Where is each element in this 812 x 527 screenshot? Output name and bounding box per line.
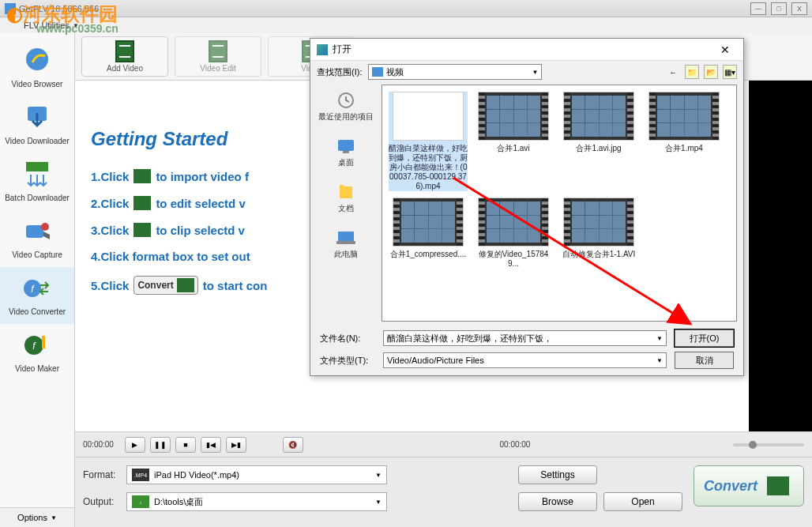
next-button[interactable]: ▶▮ (226, 437, 246, 453)
add-video-button[interactable]: Add Video (81, 36, 168, 77)
film-icon (767, 476, 789, 495)
place-recent[interactable]: 最近使用的项目 (310, 86, 382, 132)
video-thumb (563, 198, 634, 247)
prev-button[interactable]: ▮◀ (201, 437, 221, 453)
chevron-down-icon: ▼ (375, 472, 382, 479)
stop-button[interactable]: ■ (175, 437, 196, 453)
volume-slider[interactable] (733, 443, 804, 446)
browser-icon (21, 44, 54, 77)
format-label: Format: (83, 469, 126, 480)
settings-button[interactable]: Settings (518, 465, 597, 484)
sidebar-item-video-downloader[interactable]: Video Downloader (0, 96, 74, 153)
maker-icon: f (21, 329, 54, 362)
dialog-icon (317, 44, 328, 55)
sidebar-item-video-converter[interactable]: f Video Converter (0, 267, 74, 324)
svg-rect-14 (336, 241, 355, 244)
maximize-button[interactable]: □ (771, 2, 787, 15)
window-title: GetFLV 18.5866.556 (19, 4, 99, 13)
file-item[interactable]: 合并1.avi.jpg (559, 92, 638, 191)
format-select[interactable]: .MP4 iPad HD Video(*.mp4) ▼ (126, 465, 387, 484)
svg-rect-12 (343, 151, 349, 153)
sidebar-item-video-maker[interactable]: f Video Maker (0, 324, 74, 381)
browse-button[interactable]: Browse (518, 492, 597, 511)
play-button[interactable]: ▶ (125, 437, 145, 453)
place-desktop[interactable]: 桌面 (310, 132, 382, 178)
minimize-button[interactable]: — (750, 2, 766, 15)
file-item[interactable]: 自动修复合并1-1.AVI (559, 198, 638, 269)
desktop-icon (333, 135, 359, 157)
lookin-select[interactable]: 视频 ▼ (368, 64, 542, 80)
chevron-down-icon: ▼ (375, 499, 382, 506)
video-thumb (478, 198, 549, 247)
video-thumb (478, 92, 549, 141)
filename-label: 文件名(N): (320, 333, 375, 344)
file-item[interactable]: 醋溜白菜这样做，好吃到爆，还特别下饭，厨房小白都能做出来！(000037.785… (389, 92, 468, 191)
video-edit-button[interactable]: Video Edit (175, 36, 261, 77)
video-thumb (563, 92, 634, 141)
bottom-panel: Format: .MP4 iPad HD Video(*.mp4) ▼ Outp… (75, 457, 812, 527)
filename-input[interactable]: 醋溜白菜这样做，好吃到爆，还特别下饭，▼ (383, 330, 667, 346)
left-sidebar: Video Browser Video Downloader Batch Dow… (0, 33, 75, 527)
new-folder-icon[interactable]: 📂 (704, 65, 718, 79)
dialog-title: 打开 (333, 43, 351, 56)
dialog-open-button[interactable]: 打开(O) (675, 329, 734, 347)
place-thispc[interactable]: 此电脑 (310, 224, 382, 269)
svg-rect-3 (26, 225, 43, 238)
time-start: 00:00:00 (83, 440, 114, 449)
film-icon (133, 196, 151, 210)
svg-rect-11 (338, 140, 354, 151)
file-item[interactable]: 合并1_compressed.... (389, 198, 468, 269)
menu-flv-utilities[interactable]: FLV Utilities (24, 21, 70, 30)
convert-button[interactable]: Convert (694, 465, 804, 506)
pause-button[interactable]: ❚❚ (150, 437, 171, 453)
documents-icon (333, 181, 359, 203)
sidebar-item-video-capture[interactable]: Video Capture (0, 210, 74, 267)
downloader-icon (21, 101, 54, 134)
convert-badge: Convert (133, 276, 197, 295)
file-list: 醋溜白菜这样做，好吃到爆，还特别下饭，厨房小白都能做出来！(000037.785… (382, 85, 737, 322)
mute-button[interactable]: 🔇 (283, 437, 303, 453)
film-icon (133, 223, 151, 237)
film-add-icon (115, 40, 134, 62)
open-button[interactable]: Open (603, 492, 682, 511)
menubar: FLV Utilities ▼ (0, 17, 812, 33)
output-select[interactable]: ↓ D:\tools\桌面 ▼ (126, 492, 387, 511)
file-item[interactable]: 合并1.avi (474, 92, 553, 191)
dialog-cancel-button[interactable]: 取消 (675, 352, 734, 369)
file-item[interactable]: 修复的Video_157849... (474, 198, 553, 269)
svg-rect-2 (26, 162, 48, 171)
recent-icon (333, 89, 359, 111)
output-label: Output: (83, 496, 126, 507)
capture-icon (21, 215, 54, 248)
file-open-dialog: 打开 ✕ 查找范围(I): 视频 ▼ ← 📁 📂 ▦▾ 最近使用的项目 桌面 (310, 38, 744, 376)
options-button[interactable]: Options▼ (0, 507, 74, 527)
svg-rect-13 (338, 232, 354, 241)
folder-down-icon: ↓ (132, 495, 149, 508)
sidebar-item-video-browser[interactable]: Video Browser (0, 40, 74, 96)
dialog-titlebar: 打开 ✕ (310, 39, 743, 61)
film-icon (133, 169, 151, 183)
back-icon[interactable]: ← (666, 65, 680, 79)
close-button[interactable]: X (791, 2, 807, 15)
video-preview (749, 81, 812, 431)
place-documents[interactable]: 文档 (310, 178, 382, 224)
mp4-icon: .MP4 (132, 469, 149, 481)
filetype-label: 文件类型(T): (320, 355, 375, 367)
sidebar-item-batch-downloader[interactable]: Batch Downloader (0, 153, 74, 210)
places-bar: 最近使用的项目 桌面 文档 此电脑 (310, 83, 382, 323)
file-item[interactable]: 合并1.mp4 (645, 92, 724, 191)
app-icon (5, 3, 16, 14)
up-folder-icon[interactable]: 📁 (685, 65, 699, 79)
chevron-down-icon: ▼ (532, 69, 539, 76)
folder-icon (372, 67, 383, 77)
svg-point-0 (26, 48, 48, 70)
svg-rect-9 (42, 336, 45, 348)
video-thumb (648, 92, 720, 141)
film-edit-icon (209, 40, 227, 62)
player-bar: 00:00:00 ▶ ❚❚ ■ ▮◀ ▶▮ 🔇 00:00:00 (75, 431, 812, 457)
svg-point-4 (41, 223, 49, 231)
time-end: 00:00:00 (500, 440, 531, 449)
filetype-select[interactable]: Video/Audio/Picture Files▼ (383, 352, 667, 368)
dialog-close-button[interactable]: ✕ (713, 43, 737, 56)
view-menu-icon[interactable]: ▦▾ (723, 65, 737, 79)
